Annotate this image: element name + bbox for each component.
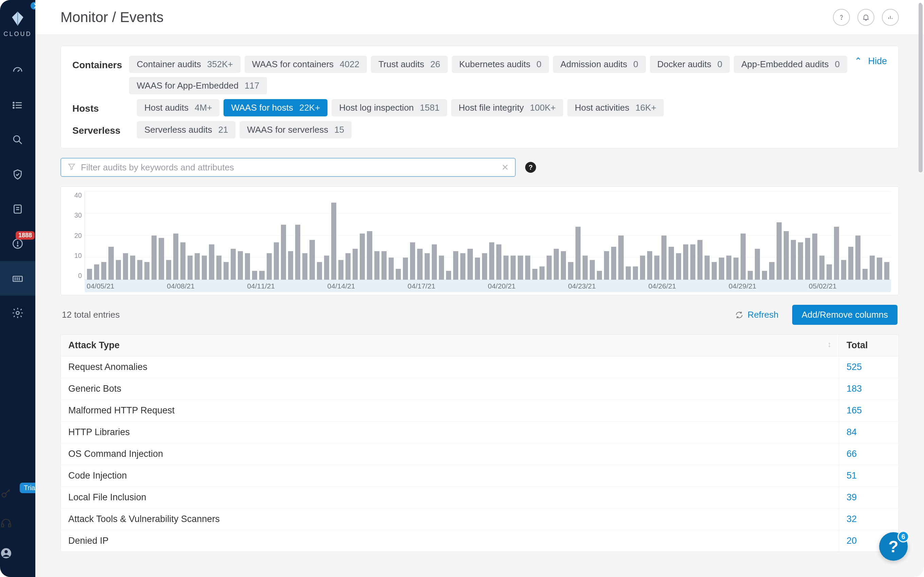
nav-search[interactable] (0, 122, 36, 157)
chart-bar[interactable] (338, 260, 343, 280)
chart-bar[interactable] (654, 256, 659, 280)
chart-bar[interactable] (180, 242, 186, 280)
table-row[interactable]: Denied IP20 (61, 530, 898, 551)
chart-bar[interactable] (374, 251, 380, 280)
nav-compliance[interactable] (0, 157, 36, 192)
nav-trial[interactable]: Trial (0, 487, 36, 517)
cell-total[interactable]: 39 (839, 487, 898, 508)
chart-bar[interactable] (346, 253, 351, 280)
chart-bar[interactable] (281, 225, 286, 280)
chart-bar[interactable] (604, 251, 609, 280)
search-input[interactable] (81, 162, 501, 173)
filter-pill[interactable]: Trust audits26 (371, 56, 448, 73)
cell-total[interactable]: 165 (839, 400, 898, 421)
chart-bar[interactable] (496, 244, 501, 280)
chart-bar[interactable] (863, 269, 867, 280)
chart-bar[interactable] (353, 249, 358, 280)
table-row[interactable]: Local File Inclusion39 (61, 487, 898, 508)
chart-bar[interactable] (834, 227, 839, 280)
filter-pill[interactable]: Docker audits0 (650, 56, 730, 73)
chart-bar[interactable] (762, 271, 767, 280)
chart-bar[interactable] (259, 271, 264, 280)
nav-user[interactable] (0, 547, 36, 577)
chart-bar[interactable] (877, 258, 882, 280)
chart-bar[interactable] (712, 262, 717, 280)
chart-bar[interactable] (252, 271, 257, 280)
chart-bar[interactable] (640, 256, 645, 280)
clear-search-button[interactable]: ✕ (501, 162, 509, 173)
chart-bar[interactable] (467, 249, 473, 280)
filter-pill[interactable]: Serverless audits21 (137, 121, 236, 139)
chart-bar[interactable] (403, 258, 408, 280)
chart-bar[interactable] (432, 244, 437, 280)
chart-bar[interactable] (166, 260, 171, 280)
chart-bar[interactable] (144, 262, 149, 280)
chart-bar[interactable] (540, 266, 544, 280)
hide-filters-link[interactable]: ⌃ Hide (855, 56, 887, 66)
chart-bar[interactable] (626, 266, 631, 280)
chart-bar[interactable] (137, 260, 142, 280)
chart-bar[interactable] (331, 203, 336, 280)
search-box[interactable]: ✕ (60, 158, 516, 177)
chart-bar[interactable] (274, 242, 279, 280)
cell-total[interactable]: 51 (839, 465, 898, 487)
chart-bar[interactable] (733, 258, 738, 280)
chart-bar[interactable] (158, 238, 164, 280)
chart-bar[interactable] (805, 238, 810, 280)
chart-bar[interactable] (698, 240, 703, 280)
chart-bar[interactable] (202, 256, 207, 280)
filter-pill[interactable]: Host log inspection1581 (331, 99, 447, 116)
chart-bar[interactable] (295, 225, 300, 280)
chart-bar[interactable] (101, 262, 106, 280)
chart-bar[interactable] (439, 256, 444, 280)
chart-bar[interactable] (704, 256, 710, 280)
filter-pill[interactable]: Host audits4M+ (137, 99, 220, 116)
nav-support[interactable] (0, 517, 36, 547)
chart-bar[interactable] (396, 269, 401, 280)
table-row[interactable]: HTTP Libraries84 (61, 422, 898, 443)
chart-bar[interactable] (554, 249, 559, 280)
chart-bar[interactable] (116, 260, 121, 280)
floating-help-button[interactable]: ? 6 (879, 532, 908, 561)
filter-pill[interactable]: Admission audits0 (553, 56, 646, 73)
refresh-button[interactable]: Refresh (735, 309, 779, 320)
chart-bar[interactable] (633, 266, 638, 280)
chart-bar[interactable] (187, 256, 192, 280)
column-total[interactable]: Total (839, 335, 898, 356)
filter-pill[interactable]: Host activities16K+ (567, 99, 664, 116)
cell-total[interactable]: 66 (839, 443, 898, 465)
analytics-button[interactable] (882, 9, 899, 26)
chart-bar[interactable] (597, 271, 602, 280)
chart-bar[interactable] (302, 253, 307, 280)
cell-total[interactable]: 183 (839, 378, 898, 400)
filter-pill[interactable]: Kubernetes audits0 (452, 56, 549, 73)
chart-bar[interactable] (288, 251, 293, 280)
chart-bar[interactable] (855, 235, 861, 280)
chart-bar[interactable] (238, 251, 243, 280)
chart-bar[interactable] (532, 269, 538, 280)
chart-bar[interactable] (755, 249, 760, 280)
chart-bar[interactable] (690, 244, 695, 280)
filter-pill[interactable]: WAAS for hosts22K+ (223, 99, 328, 116)
filter-pill[interactable]: Host file integrity100K+ (451, 99, 563, 116)
filter-pill[interactable]: WAAS for serverless15 (239, 121, 352, 139)
chart-bar[interactable] (223, 262, 229, 280)
chart-bar[interactable] (669, 247, 674, 280)
chart-bar[interactable] (769, 262, 774, 280)
chart-bar[interactable] (819, 256, 824, 280)
chart-bar[interactable] (884, 262, 889, 280)
chart-bar[interactable] (108, 247, 113, 280)
chart-bar[interactable] (94, 264, 99, 280)
table-row[interactable]: Code Injection51 (61, 465, 898, 487)
nav-settings[interactable] (0, 296, 36, 330)
scrollbar[interactable] (917, 0, 924, 577)
add-remove-columns-button[interactable]: Add/Remove columns (792, 305, 898, 325)
filter-pill[interactable]: Container audits352K+ (129, 56, 240, 73)
nav-policies[interactable] (0, 192, 36, 226)
table-row[interactable]: Request Anomalies525 (61, 356, 898, 378)
chart-bar[interactable] (870, 256, 875, 280)
chart-bar[interactable] (123, 253, 128, 280)
nav-dashboard[interactable] (0, 53, 36, 88)
chart-bar[interactable] (360, 234, 365, 280)
chart-bar[interactable] (317, 262, 322, 280)
